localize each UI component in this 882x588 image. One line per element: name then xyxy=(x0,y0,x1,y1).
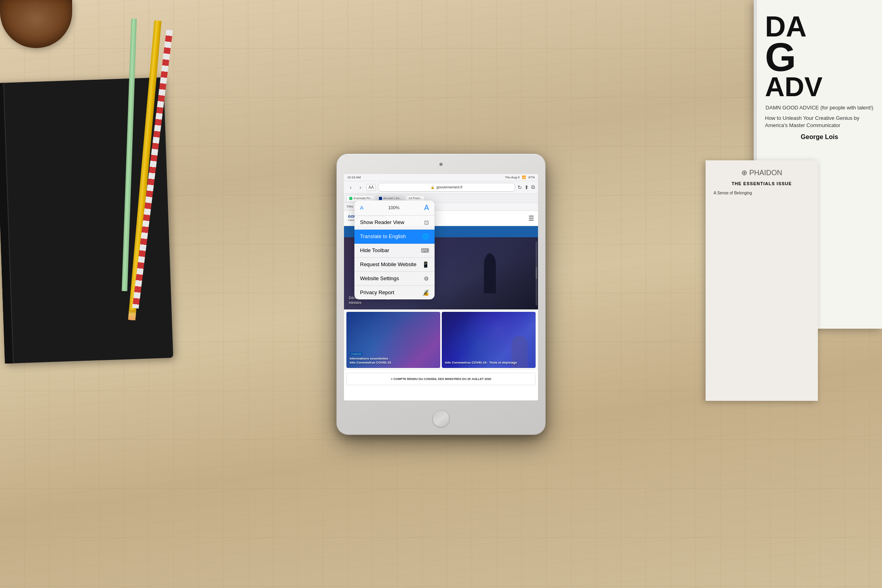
font-size-controls: A 100% A xyxy=(354,200,435,216)
hide-toolbar-label: Hide Toolbar xyxy=(360,247,389,253)
ipad-screen: 10:16 AM Thu Aug 6 📶 87% ‹ › AA 🔒 go xyxy=(344,174,538,400)
show-reader-view-label: Show Reader View xyxy=(360,219,404,225)
gov-card-1-text: Covid-19 Informations essentiellesInfo C… xyxy=(350,349,437,364)
battery-indicator: 87% xyxy=(528,176,535,179)
url-bar[interactable]: 🔒 gouvernement.fr xyxy=(378,183,515,192)
font-percent-display: 100% xyxy=(388,205,399,210)
book-title-line2: G xyxy=(765,37,874,77)
phaidon-logo: ⊕ PHAIDON xyxy=(714,168,810,177)
scrollbar-thumb xyxy=(536,267,537,279)
bookmark-trn[interactable]: TRN xyxy=(346,205,353,208)
forward-button[interactable]: › xyxy=(357,184,364,191)
ipad-home-button[interactable] xyxy=(433,410,449,427)
gov-card-2-title: Info Coronavirus COVID-19 - Tests et dép… xyxy=(445,361,532,365)
book-author: George Lois xyxy=(801,133,838,141)
font-increase-button[interactable]: A xyxy=(424,204,429,212)
tab-label-preview: 14 Previ... xyxy=(409,196,422,200)
scrollbar[interactable] xyxy=(536,241,537,305)
font-decrease-button[interactable]: A xyxy=(360,205,364,211)
gov-card-2-text: Info Coronavirus COVID-19 - Tests et dép… xyxy=(445,361,532,365)
book-phaidon: ⊕ PHAIDON THE ESSENTIALS ISSUE A Sense o… xyxy=(706,160,818,401)
gov-news-cards: Covid-19 Informations essentiellesInfo C… xyxy=(344,309,538,370)
hide-toolbar-item[interactable]: Hide Toolbar ⌨ xyxy=(354,244,435,258)
url-text: gouvernement.fr xyxy=(436,185,463,189)
phaidon-text: A Sense of Belonging xyxy=(714,190,810,196)
request-mobile-website-item[interactable]: Request Mobile Website 📱 xyxy=(354,258,435,272)
gov-hamburger-menu[interactable]: ☰ xyxy=(528,214,534,222)
website-settings-label: Website Settings xyxy=(360,275,399,281)
reader-mode-button[interactable]: AA xyxy=(366,184,376,191)
desk-background: DA G ADV DAMN GOOD ADVICE (for people wi… xyxy=(0,0,882,588)
refresh-button[interactable]: ↻ xyxy=(518,184,522,190)
gov-compte-rendu[interactable]: > COMPTE RENDU DU CONSEIL DES MINISTRES … xyxy=(346,373,536,385)
privacy-report-item[interactable]: Privacy Report 🔏 xyxy=(354,286,435,299)
wifi-icon: 📶 xyxy=(522,176,526,179)
ipad-camera xyxy=(439,163,443,166)
book-title-line3: ADV xyxy=(765,73,874,100)
show-reader-view-item[interactable]: Show Reader View ⊡ xyxy=(354,216,435,230)
coffee-cup xyxy=(0,0,72,48)
show-reader-view-icon: ⊡ xyxy=(424,219,429,226)
privacy-report-icon: 🔏 xyxy=(422,289,429,296)
gov-hero-figure xyxy=(474,237,506,309)
website-settings-item[interactable]: Website Settings ⚙ xyxy=(354,272,435,286)
books-group: DA G ADV DAMN GOOD ADVICE (for people wi… xyxy=(682,0,882,361)
ssl-lock-icon: 🔒 xyxy=(431,186,435,189)
tab-label-evernote: Evernote Pri... xyxy=(354,196,373,200)
gov-card-1-title: Informations essentiellesInfo Coronaviru… xyxy=(350,357,437,364)
safari-url-bar: ‹ › AA 🔒 gouvernement.fr ↻ ⬆ ⧉ xyxy=(344,181,538,194)
request-mobile-website-label: Request Mobile Website xyxy=(360,261,417,267)
book-subtitle: DAMN GOOD ADVICE (for people with talent… xyxy=(766,104,874,111)
hide-toolbar-icon: ⌨ xyxy=(421,247,429,254)
safari-context-menu: A 100% A Show Reader View ⊡ Translate to… xyxy=(354,200,435,299)
tab-label-gouvernement: Accueil | Go... xyxy=(383,196,402,200)
website-settings-icon: ⚙ xyxy=(424,275,429,282)
back-button[interactable]: ‹ xyxy=(347,184,354,191)
ipad-device: 10:16 AM Thu Aug 6 📶 87% ‹ › AA 🔒 go xyxy=(337,154,545,434)
gov-card-covid-tests[interactable]: Info Coronavirus COVID-19 - Tests et dép… xyxy=(442,312,536,368)
new-tab-button[interactable]: ⧉ xyxy=(531,184,535,190)
translate-icon: 🌐 xyxy=(422,233,429,240)
ipad-body: 10:16 AM Thu Aug 6 📶 87% ‹ › AA 🔒 go xyxy=(337,154,545,434)
privacy-report-label: Privacy Report xyxy=(360,289,394,295)
request-mobile-icon: 📱 xyxy=(422,261,429,268)
gov-card-1-label: Covid-19 xyxy=(350,352,362,356)
status-time: 10:16 AM xyxy=(347,176,361,179)
tab-favicon-gouvernement xyxy=(379,197,382,200)
translate-to-english-label: Translate to English xyxy=(360,233,406,239)
book-sub-text: How to Unleash Your Creative Genius by A… xyxy=(765,115,874,129)
status-date: Thu Aug 6 xyxy=(505,176,520,179)
tab-favicon-evernote xyxy=(349,197,352,200)
gov-card-covid-info[interactable]: Covid-19 Informations essentiellesInfo C… xyxy=(346,312,440,368)
phaidon-essentials: THE ESSENTIALS ISSUE xyxy=(714,181,810,186)
ipad-status-bar: 10:16 AM Thu Aug 6 📶 87% xyxy=(344,174,538,181)
share-button[interactable]: ⬆ xyxy=(524,184,529,190)
translate-to-english-item[interactable]: Translate to English 🌐 xyxy=(354,230,435,244)
